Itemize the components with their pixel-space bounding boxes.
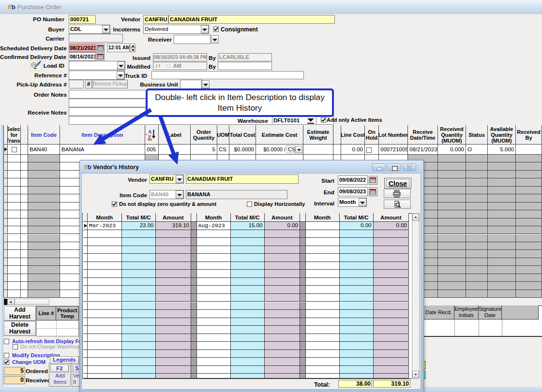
svg-text:Z: Z [148, 134, 151, 140]
